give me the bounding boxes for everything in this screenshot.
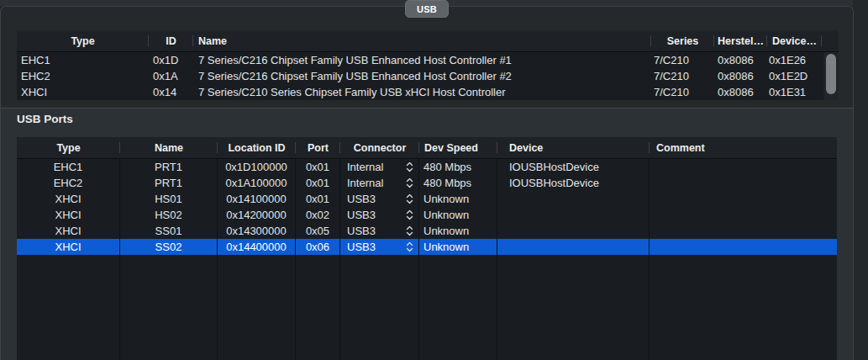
- col-header-label: Series: [667, 35, 699, 47]
- cell-herstel: 0x8086: [714, 52, 767, 68]
- col-header-name[interactable]: Name: [120, 137, 218, 158]
- cell-name: 7 Series/C216 Chipset Family USB Enhance…: [193, 68, 651, 84]
- col-header-label: ID: [166, 35, 176, 47]
- cell-type: EHC2: [17, 175, 120, 191]
- connector-popup[interactable]: USB3: [340, 191, 419, 207]
- tab-usb-label: USB: [417, 4, 437, 14]
- port-row[interactable]: EHC2PRT10x1A1000000x01Internal480 MbpsIO…: [17, 175, 837, 191]
- col-header-label: Location ID: [228, 142, 285, 154]
- cell-series: 7/C210: [651, 52, 714, 68]
- cell-device: 0x1E2D: [767, 68, 822, 84]
- col-header-spacer: [822, 30, 839, 51]
- col-header-label: Comment: [656, 142, 705, 154]
- connector-popup[interactable]: Internal: [340, 159, 419, 175]
- port-row[interactable]: XHCIHS020x142000000x02USB3Unknown: [17, 207, 837, 223]
- col-header-label: Herstel…: [718, 35, 764, 47]
- cell-type: XHCI: [17, 223, 120, 239]
- empty-cell: [340, 255, 419, 360]
- col-header-label: Type: [56, 142, 80, 154]
- col-header-label: Port: [308, 142, 329, 154]
- empty-cell: [218, 255, 296, 360]
- usb-ports-title: USB Ports: [17, 113, 73, 125]
- cell-port: 0x02: [296, 207, 340, 223]
- col-header-herstel[interactable]: Herstel…: [714, 30, 767, 51]
- cell-port: 0x06: [296, 239, 340, 255]
- cell-location-id: 0x14100000: [218, 191, 296, 207]
- controller-row[interactable]: EHC10x1D7 Series/C216 Chipset Family USB…: [17, 52, 839, 68]
- cell-dev-speed: Unknown: [419, 223, 497, 239]
- cell-port: 0x01: [296, 175, 340, 191]
- cell-id: 0x1D: [149, 52, 193, 68]
- connector-value: Internal: [347, 177, 406, 189]
- col-header-comment[interactable]: Comment: [650, 137, 837, 158]
- col-header-location-id[interactable]: Location ID: [218, 137, 296, 158]
- cell-name: PRT1: [120, 175, 218, 191]
- col-header-device[interactable]: Device: [497, 137, 650, 158]
- connector-value: USB3: [347, 209, 406, 221]
- port-row[interactable]: EHC1PRT10x1D1000000x01Internal480 MbpsIO…: [17, 159, 837, 175]
- cell-comment: [650, 207, 837, 223]
- col-header-dev-speed[interactable]: Dev Speed: [419, 137, 497, 158]
- connector-value: USB3: [347, 225, 406, 237]
- port-row[interactable]: XHCISS020x144000000x06USB3Unknown: [17, 239, 837, 255]
- cell-name: HS02: [120, 207, 218, 223]
- cell-location-id: 0x14200000: [218, 207, 296, 223]
- col-header-port[interactable]: Port: [296, 137, 340, 158]
- empty-cell: [17, 255, 120, 360]
- cell-device: IOUSBHostDevice: [497, 159, 650, 175]
- col-header-id[interactable]: ID: [149, 30, 193, 51]
- connector-popup[interactable]: USB3: [340, 207, 419, 223]
- cell-port: 0x05: [296, 223, 340, 239]
- cell-name: HS01: [120, 191, 218, 207]
- empty-table-area: [17, 255, 837, 360]
- connector-popup[interactable]: Internal: [340, 175, 419, 191]
- scrollbar-thumb[interactable]: [826, 54, 836, 94]
- cell-series: 7/C210: [651, 84, 714, 100]
- col-header-type[interactable]: Type: [17, 30, 149, 51]
- popup-arrows-icon: [406, 177, 413, 188]
- cell-dev-speed: 480 Mbps: [419, 159, 497, 175]
- cell-device: [497, 207, 650, 223]
- cell-type: XHCI: [17, 191, 120, 207]
- col-header-label: Type: [71, 35, 94, 47]
- usb-ports-table-header: TypeNameLocation IDPortConnectorDev Spee…: [17, 137, 837, 159]
- cell-device: [497, 239, 650, 255]
- col-header-series[interactable]: Series: [651, 30, 714, 51]
- connector-value: Internal: [347, 161, 406, 173]
- empty-cell: [296, 255, 340, 360]
- cell-type: EHC2: [17, 68, 149, 84]
- cell-series: 7/C210: [651, 68, 714, 84]
- col-header-name[interactable]: Name: [193, 30, 651, 51]
- connector-value: USB3: [347, 193, 406, 205]
- cell-device: IOUSBHostDevice: [497, 175, 650, 191]
- col-header-label: Connector: [354, 142, 407, 154]
- col-header-device[interactable]: Device…: [767, 30, 822, 51]
- cell-location-id: 0x1D100000: [218, 159, 296, 175]
- cell-device: [497, 191, 650, 207]
- port-row[interactable]: XHCISS010x143000000x05USB3Unknown: [17, 223, 837, 239]
- connector-popup[interactable]: USB3: [340, 239, 419, 255]
- usb-controllers-table: TypeIDNameSeriesHerstel…Device… EHC10x1D…: [17, 30, 839, 100]
- col-header-label: Device…: [772, 35, 817, 47]
- cell-port: 0x01: [296, 191, 340, 207]
- vertical-scrollbar[interactable]: [823, 52, 839, 100]
- cell-id: 0x14: [149, 84, 193, 100]
- col-header-label: Name: [155, 142, 183, 154]
- col-header-connector[interactable]: Connector: [340, 137, 419, 158]
- cell-name: 7 Series/C210 Series Chipset Family USB …: [193, 84, 651, 100]
- popup-arrows-icon: [406, 193, 413, 204]
- port-row[interactable]: XHCIHS010x141000000x01USB3Unknown: [17, 191, 837, 207]
- cell-dev-speed: Unknown: [419, 239, 497, 255]
- col-header-type[interactable]: Type: [17, 137, 120, 158]
- cell-location-id: 0x14400000: [218, 239, 296, 255]
- controller-row[interactable]: EHC20x1A7 Series/C216 Chipset Family USB…: [17, 68, 839, 84]
- cell-comment: [650, 239, 837, 255]
- popup-arrows-icon: [406, 209, 413, 220]
- connector-value: USB3: [347, 241, 406, 253]
- empty-cell: [497, 255, 650, 360]
- cell-dev-speed: Unknown: [419, 207, 497, 223]
- controller-row[interactable]: XHCI0x147 Series/C210 Series Chipset Fam…: [17, 84, 839, 100]
- tab-usb[interactable]: USB: [405, 0, 449, 18]
- usb-ports-table-body: EHC1PRT10x1D1000000x01Internal480 MbpsIO…: [17, 159, 837, 360]
- connector-popup[interactable]: USB3: [340, 223, 419, 239]
